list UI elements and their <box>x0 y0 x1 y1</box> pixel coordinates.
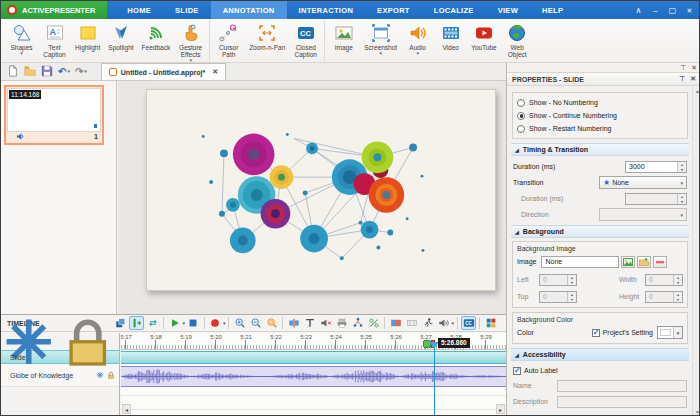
open-project-button[interactable] <box>22 64 38 78</box>
properties-scrollbar[interactable]: ▲ ▼ <box>692 87 700 416</box>
closed-caption-button[interactable]: CCClosed Caption <box>289 21 322 61</box>
section-accessibility[interactable]: ◢ Accessibility <box>511 348 689 361</box>
screenshot-button[interactable]: Screenshot▾ <box>360 21 401 61</box>
maximize-button[interactable]: ▢ <box>665 4 680 17</box>
stop-button[interactable] <box>186 316 201 330</box>
zoom-n-pan-button[interactable]: Zoom-n-Pan <box>245 21 289 61</box>
dropdown-caret-icon[interactable]: ▾ <box>451 320 454 326</box>
audio-button[interactable]: Audio▾ <box>401 21 434 61</box>
document-tab[interactable]: Untitled - Untitled.approj* ✕ <box>101 63 226 80</box>
project-setting-checkbox[interactable] <box>592 329 600 337</box>
timeline-tracks-area[interactable]: 5:175:185:195:205:215:225:235:245:255:26… <box>121 333 506 416</box>
auto-label-checkbox[interactable] <box>513 367 521 375</box>
radio-show-restart-numbering[interactable]: Show - Restart Numbering <box>517 122 683 135</box>
spinner-down-icon[interactable]: ▾ <box>678 167 686 172</box>
youtube-button[interactable]: YouTube <box>467 21 501 61</box>
text-caption-button[interactable]: AText Caption <box>38 21 71 61</box>
minimize-button[interactable]: – <box>648 4 663 17</box>
shapes-button[interactable]: Shapes▾ <box>5 21 38 61</box>
gesture-effects-button[interactable]: Gesture Effects▾ <box>174 21 207 61</box>
ruler-label: 5:20 <box>210 334 222 340</box>
properties-pin-icon[interactable]: ⊤ <box>679 75 685 83</box>
close-button[interactable]: ✕ <box>682 4 697 17</box>
document-close-icon[interactable]: ✕ <box>212 68 218 76</box>
transition-dropdown[interactable]: ★ None ▾ <box>599 176 687 189</box>
spotlight-button[interactable]: Spotlight <box>104 21 137 61</box>
dropdown-caret-icon[interactable]: ▾ <box>182 320 185 326</box>
scroll-down-icon[interactable]: ▼ <box>693 408 700 416</box>
zoom-fit-button[interactable] <box>264 316 279 330</box>
dock-close-icon[interactable]: ✕ <box>691 64 697 72</box>
svg-text:A: A <box>49 27 56 37</box>
menu-tab-help[interactable]: HELP <box>530 1 575 19</box>
playhead-line[interactable] <box>434 344 435 416</box>
pane-grid-button[interactable] <box>483 316 498 330</box>
scroll-up-icon[interactable]: ▲ <box>693 87 700 96</box>
record-button[interactable] <box>208 316 223 330</box>
zoom-in-button[interactable] <box>232 316 247 330</box>
image-button[interactable]: Image <box>327 21 360 61</box>
slide-duration-bar[interactable] <box>121 351 506 364</box>
save-project-button[interactable] <box>39 64 55 78</box>
mute-button[interactable] <box>318 316 333 330</box>
new-document-button[interactable] <box>5 64 21 78</box>
menu-tab-export[interactable]: EXPORT <box>365 1 422 19</box>
dock-pin-icon[interactable]: ⊤ <box>680 64 686 72</box>
section-background[interactable]: ◢ Background <box>511 225 689 238</box>
join-button[interactable] <box>302 316 317 330</box>
radio-label: Show - Continue Numbering <box>529 112 617 119</box>
undo-button[interactable]: ↶▾ <box>56 64 72 78</box>
menu-tab-annotation[interactable]: ANNOTATION <box>211 1 287 19</box>
web-object-button[interactable]: Web Object <box>501 21 534 61</box>
menu-tab-view[interactable]: VIEW <box>486 1 530 19</box>
tree-button[interactable] <box>350 316 365 330</box>
remove-image-button[interactable] <box>653 256 667 268</box>
duration-spinner[interactable]: 3000 ▴▾ <box>625 161 687 173</box>
lock-icon[interactable] <box>107 371 115 379</box>
caption-range-button[interactable] <box>388 316 403 330</box>
playhead-mode-button[interactable] <box>129 316 144 330</box>
effects-icon[interactable] <box>96 371 104 379</box>
audio-waveform-bar[interactable] <box>121 366 506 387</box>
highlight-button[interactable]: Highlight <box>71 21 104 61</box>
scroll-right-icon[interactable]: ▸ <box>496 404 505 414</box>
menu-tab-home[interactable]: HOME <box>115 1 163 19</box>
properties-panel: ⊤ ✕ PROPERTIES - SLIDE ⊤ ✕ Show - No Num… <box>506 63 700 416</box>
closed-caption-button[interactable]: CC <box>461 316 476 330</box>
zoom-out-button[interactable] <box>248 316 263 330</box>
menu-tab-localize[interactable]: LOCALIZE <box>422 1 486 19</box>
menu-tab-interaction[interactable]: INTERACTION <box>287 1 366 19</box>
lock-all-icon[interactable] <box>60 314 116 370</box>
menu-tab-slide[interactable]: SLIDE <box>163 1 211 19</box>
cursor-path-button[interactable]: Cursor Path <box>212 21 245 61</box>
loop-button[interactable] <box>145 316 160 330</box>
toolbar-separator <box>479 317 480 329</box>
video-button[interactable]: Video <box>434 21 467 61</box>
slide-thumbnail[interactable]: 11:14.168 1 <box>4 85 104 145</box>
slide-editing-area[interactable] <box>146 89 496 291</box>
background-color-swatch[interactable]: ▾ <box>657 326 683 339</box>
section-timing-transition[interactable]: ◢ Timing & Transition <box>511 143 689 156</box>
redo-button[interactable]: ↷▾ <box>73 64 89 78</box>
properties-close-icon[interactable]: ✕ <box>690 75 696 83</box>
image-field[interactable]: None <box>541 256 619 268</box>
split-button[interactable] <box>286 316 301 330</box>
insert-time-button[interactable] <box>334 316 349 330</box>
radio-show-no-numbering[interactable]: Show - No Numbering <box>517 96 683 109</box>
scroll-left-icon[interactable]: ◂ <box>122 404 131 414</box>
effects-all-icon[interactable] <box>1 314 57 370</box>
dropdown-caret-icon[interactable]: ▾ <box>223 320 226 326</box>
frame-range-button[interactable] <box>404 316 419 330</box>
play-button[interactable] <box>167 316 182 330</box>
pane-layout-button[interactable] <box>113 316 128 330</box>
volume-button[interactable] <box>436 316 451 330</box>
feedback-button[interactable]: Feedback <box>138 21 175 61</box>
highlight-icon <box>78 23 98 43</box>
collapse-ribbon-button[interactable]: ∧ <box>631 4 646 17</box>
import-image-button[interactable] <box>637 256 651 268</box>
playback-speed-button[interactable] <box>366 316 381 330</box>
radio-show-continue-numbering[interactable]: Show - Continue Numbering <box>517 109 683 122</box>
image-library-button[interactable] <box>621 256 635 268</box>
gesture-effect-button[interactable] <box>420 316 435 330</box>
activepresenter-menu-button[interactable]: ACTIVEPRESENTER <box>1 1 107 19</box>
